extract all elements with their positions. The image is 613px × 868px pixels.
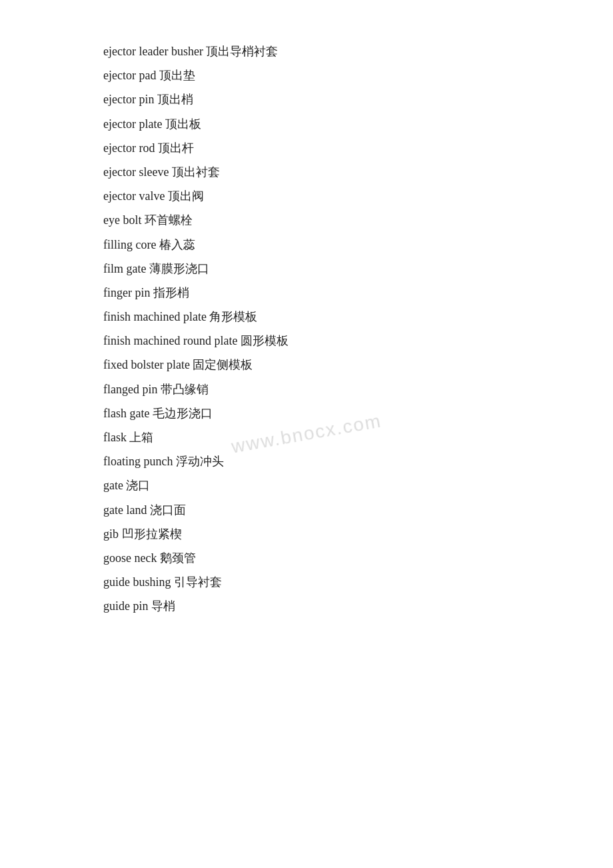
list-item: guide pin 导梢 xyxy=(103,595,510,617)
list-item: goose neck 鹅颈管 xyxy=(103,547,510,569)
list-item: ejector plate 顶出板 xyxy=(103,113,510,135)
list-item: ejector pin 顶出梢 xyxy=(103,88,510,111)
list-item: gib 凹形拉紧楔 xyxy=(103,523,510,545)
list-item: gate 浇口 xyxy=(103,474,510,497)
glossary-list: ejector leader busher 顶出导梢衬套ejector pad … xyxy=(103,40,510,618)
list-item: ejector sleeve 顶出衬套 xyxy=(103,161,510,183)
list-item: ejector leader busher 顶出导梢衬套 xyxy=(103,40,510,63)
list-item: finger pin 指形梢 xyxy=(103,281,510,304)
list-item: film gate 薄膜形浇口 xyxy=(103,257,510,280)
list-item: floating punch 浮动冲头 xyxy=(103,450,510,473)
list-item: flanged pin 带凸缘销 xyxy=(103,378,510,401)
list-item: finish machined plate 角形模板 xyxy=(103,305,510,328)
list-item: ejector valve 顶出阀 xyxy=(103,185,510,207)
list-item: fixed bolster plate 固定侧模板 xyxy=(103,353,510,376)
list-item: gate land 浇口面 xyxy=(103,499,510,521)
list-item: filling core 椿入蕊 xyxy=(103,233,510,256)
list-item: eye bolt 环首螺栓 xyxy=(103,209,510,231)
list-item: ejector rod 顶出杆 xyxy=(103,137,510,159)
list-item: guide bushing 引导衬套 xyxy=(103,571,510,593)
list-item: finish machined round plate 圆形模板 xyxy=(103,329,510,352)
list-item: flash gate 毛边形浇口 xyxy=(103,402,510,425)
list-item: ejector pad 顶出垫 xyxy=(103,64,510,87)
list-item: flask 上箱 xyxy=(103,426,510,449)
